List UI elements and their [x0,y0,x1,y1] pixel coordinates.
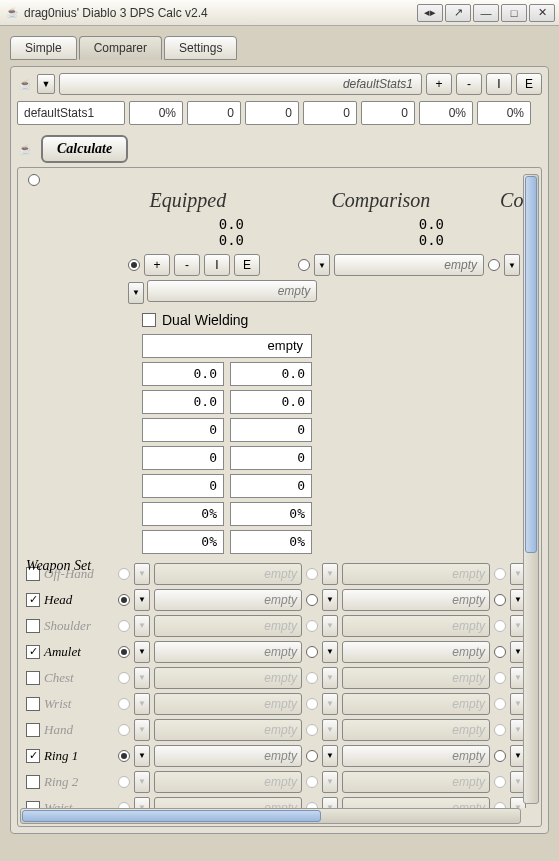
slot-radio-c2[interactable] [494,620,506,632]
equipped-remove-button[interactable]: - [174,254,200,276]
slot-checkbox[interactable] [26,645,40,659]
stat-field-6[interactable]: 0% [419,101,473,125]
vertical-scrollbar[interactable] [523,174,539,804]
slot-c1-arrow[interactable]: ▼ [322,563,338,585]
slot-radio-c2[interactable] [494,568,506,580]
comparison1-combo[interactable]: empty [334,254,484,276]
slot-checkbox[interactable] [26,671,40,685]
close-button[interactable]: ✕ [529,4,555,22]
slot-radio-eq[interactable] [118,672,130,684]
slot-checkbox[interactable] [26,723,40,737]
w-r6a[interactable]: 0% [142,502,224,526]
w-r7b[interactable]: 0% [230,530,312,554]
stat-field-5[interactable]: 0 [361,101,415,125]
tab-settings[interactable]: Settings [164,36,237,60]
weapon-name-input[interactable]: empty [142,334,312,358]
slot-c1-combo[interactable]: empty [342,615,490,637]
slot-c1-combo[interactable]: empty [342,589,490,611]
comparison2-radio[interactable] [488,259,500,271]
slot-eq-combo[interactable]: empty [154,797,302,809]
slot-radio-c2[interactable] [494,646,506,658]
equipped-export-button[interactable]: E [234,254,260,276]
slot-radio-eq[interactable] [118,750,130,762]
column-radio-equipped[interactable] [28,174,40,186]
w-r2a[interactable]: 0.0 [142,390,224,414]
w-r1a[interactable]: 0.0 [142,362,224,386]
slot-radio-c2[interactable] [494,750,506,762]
slot-c1-arrow[interactable]: ▼ [322,797,338,809]
stat-field-4[interactable]: 0 [303,101,357,125]
slot-eq-arrow[interactable]: ▼ [134,693,150,715]
slot-radio-c2[interactable] [494,672,506,684]
comparison1-radio[interactable] [298,259,310,271]
w-r6b[interactable]: 0% [230,502,312,526]
w-r2b[interactable]: 0.0 [230,390,312,414]
slot-radio-c2[interactable] [494,776,506,788]
equipped-weapon-arrow[interactable]: ▼ [128,282,144,304]
w-r4b[interactable]: 0 [230,446,312,470]
slot-c1-combo[interactable]: empty [342,693,490,715]
slot-radio-c1[interactable] [306,698,318,710]
slot-checkbox[interactable] [26,749,40,763]
slot-radio-eq[interactable] [118,698,130,710]
slot-c1-combo[interactable]: empty [342,641,490,663]
equipped-import-button[interactable]: I [204,254,230,276]
tab-simple[interactable]: Simple [10,36,77,60]
slot-radio-c1[interactable] [306,776,318,788]
comparison2-arrow[interactable]: ▼ [504,254,520,276]
slot-eq-combo[interactable]: empty [154,589,302,611]
maximize-button[interactable]: □ [501,4,527,22]
stat-field-1[interactable]: 0% [129,101,183,125]
slot-c1-combo[interactable]: empty [342,797,490,809]
profile-export-button[interactable]: E [516,73,542,95]
slot-eq-combo[interactable]: empty [154,693,302,715]
slot-radio-eq[interactable] [118,724,130,736]
w-r5a[interactable]: 0 [142,474,224,498]
slot-eq-combo[interactable]: empty [154,745,302,767]
slot-radio-c1[interactable] [306,724,318,736]
slot-checkbox[interactable] [26,619,40,633]
profile-add-button[interactable]: + [426,73,452,95]
calculate-button[interactable]: Calculate [41,135,128,163]
slot-eq-combo[interactable]: empty [154,771,302,793]
profile-dropdown-arrow[interactable]: ▼ [37,74,55,94]
w-r3b[interactable]: 0 [230,418,312,442]
slot-c1-combo[interactable]: empty [342,719,490,741]
slot-c1-arrow[interactable]: ▼ [322,745,338,767]
slot-eq-arrow[interactable]: ▼ [134,771,150,793]
comparison1-arrow[interactable]: ▼ [314,254,330,276]
slot-radio-eq[interactable] [118,620,130,632]
slot-c1-combo[interactable]: empty [342,771,490,793]
slot-radio-c1[interactable] [306,750,318,762]
slot-eq-arrow[interactable]: ▼ [134,563,150,585]
profile-dropdown[interactable]: defaultStats1 [59,73,422,95]
slot-c1-arrow[interactable]: ▼ [322,771,338,793]
w-r1b[interactable]: 0.0 [230,362,312,386]
slot-c1-arrow[interactable]: ▼ [322,641,338,663]
slot-eq-arrow[interactable]: ▼ [134,589,150,611]
tab-comparer[interactable]: Comparer [79,36,162,60]
slot-radio-c2[interactable] [494,594,506,606]
slot-radio-c1[interactable] [306,646,318,658]
slot-radio-eq[interactable] [118,776,130,788]
equipped-add-button[interactable]: + [144,254,170,276]
slot-eq-combo[interactable]: empty [154,667,302,689]
stat-field-3[interactable]: 0 [245,101,299,125]
slot-radio-c2[interactable] [494,724,506,736]
equipped-radio[interactable] [128,259,140,271]
horizontal-scrollbar[interactable] [20,808,521,824]
slot-c1-arrow[interactable]: ▼ [322,589,338,611]
slot-eq-arrow[interactable]: ▼ [134,641,150,663]
slot-eq-combo[interactable]: empty [154,615,302,637]
slot-c1-arrow[interactable]: ▼ [322,693,338,715]
restore-right-icon[interactable]: ↗ [445,4,471,22]
w-r4a[interactable]: 0 [142,446,224,470]
stat-field-7[interactable]: 0% [477,101,531,125]
slot-radio-eq[interactable] [118,646,130,658]
w-r5b[interactable]: 0 [230,474,312,498]
profile-import-button[interactable]: I [486,73,512,95]
slot-c1-arrow[interactable]: ▼ [322,615,338,637]
slot-c1-combo[interactable]: empty [342,563,490,585]
equipped-weapon-combo[interactable]: empty [147,280,317,302]
slot-c1-combo[interactable]: empty [342,667,490,689]
